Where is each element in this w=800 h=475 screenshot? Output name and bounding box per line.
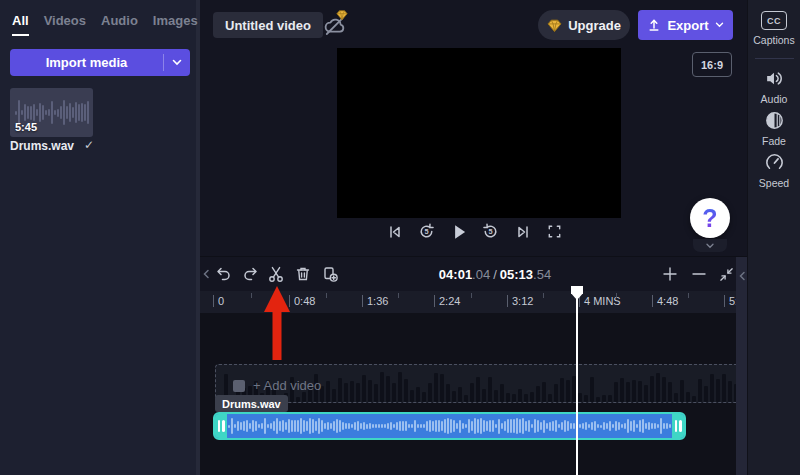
ruler-tick-label: 0 — [213, 295, 224, 307]
export-button[interactable]: Export — [638, 10, 733, 40]
speed-label: Speed — [759, 177, 789, 189]
add-video-label: + Add video — [253, 378, 321, 393]
collapse-preview-tab[interactable] — [693, 239, 727, 252]
captions-icon: CC — [761, 11, 787, 30]
skip-to-start-button[interactable] — [383, 220, 406, 243]
time-separator: / — [493, 267, 497, 282]
timeline-ruler[interactable]: 0 0:48 1:36 2:24 3:12 4 MINS 4:48 5:36 — [200, 291, 736, 313]
ruler-minor-tick — [616, 293, 617, 298]
audio-label: Audio — [761, 93, 788, 105]
upgrade-button[interactable]: Upgrade — [538, 10, 630, 40]
fullscreen-button[interactable] — [543, 220, 566, 243]
import-media-label: Import media — [10, 49, 163, 76]
add-video-track[interactable]: + Add video — [215, 364, 745, 403]
duplicate-button[interactable] — [319, 263, 341, 285]
audio-clip[interactable] — [213, 412, 686, 440]
question-mark-icon: ? — [702, 204, 717, 233]
zoom-to-fit-button[interactable] — [715, 263, 737, 285]
ruler-minor-tick — [543, 293, 544, 298]
aspect-ratio-button[interactable]: 16:9 — [692, 52, 732, 77]
media-panel: All Videos Audio Images Import media 5:4… — [0, 0, 200, 475]
speaker-icon — [764, 68, 785, 89]
ruler-minor-tick — [471, 293, 472, 298]
media-item-thumbnail[interactable]: 5:45 — [10, 88, 93, 137]
ruler-tick-label: 3:12 — [507, 295, 533, 307]
ruler-tick-label: 4:48 — [652, 295, 678, 307]
ruler-minor-tick — [688, 293, 689, 298]
captions-label: Captions — [753, 34, 794, 46]
seek-forward-5s-button[interactable]: 5 — [479, 220, 502, 243]
collapse-media-panel-chevron[interactable] — [200, 263, 212, 285]
cloud-sync-off-icon[interactable] — [322, 13, 348, 39]
ruler-tick-label: 0:48 — [289, 295, 315, 307]
ruler-minor-tick — [398, 293, 399, 298]
timecode-display: 04:01.04/05:13.54 — [425, 267, 565, 282]
skip-to-end-button[interactable] — [511, 220, 534, 243]
play-button[interactable] — [447, 220, 470, 243]
properties-sidebar: CC Captions Audio Fade Speed — [747, 0, 800, 475]
sidebar-item-fade[interactable]: Fade — [748, 110, 800, 147]
audio-clip-name-tag: Drums.wav — [215, 395, 288, 412]
upload-icon — [647, 18, 661, 32]
project-title-input[interactable]: Untitled video — [213, 12, 323, 38]
premium-gem-icon — [336, 7, 348, 25]
chevron-left-icon — [738, 271, 746, 281]
split-scissors-button[interactable] — [265, 263, 287, 285]
chevron-down-icon — [715, 22, 724, 28]
media-duration-badge: 5:45 — [15, 121, 37, 133]
media-item-name: Drums.wav — [10, 139, 74, 153]
sidebar-item-captions[interactable]: CC Captions — [748, 11, 800, 46]
timeline-tracks: + Add video Drums.wav — [200, 313, 736, 475]
upgrade-label: Upgrade — [568, 18, 621, 33]
playhead-line[interactable] — [576, 287, 578, 475]
video-preview-canvas — [337, 48, 621, 218]
svg-text:5: 5 — [488, 227, 492, 236]
export-label: Export — [667, 18, 708, 33]
undo-button[interactable] — [213, 263, 235, 285]
video-editor-app: All Videos Audio Images Import media 5:4… — [0, 0, 800, 475]
tab-videos[interactable]: Videos — [44, 13, 86, 36]
ruler-tick-label: 2:24 — [434, 295, 460, 307]
ruler-tick-label: 1:36 — [362, 295, 388, 307]
playback-controls: 5 5 — [383, 220, 566, 243]
timeline-panel: 04:01.04/05:13.54 0 0:48 1:36 2:24 3:12 … — [200, 256, 747, 475]
delete-button[interactable] — [292, 263, 314, 285]
tab-audio[interactable]: Audio — [101, 13, 138, 36]
current-time: 04:01 — [439, 267, 472, 282]
sidebar-item-audio[interactable]: Audio — [748, 68, 800, 105]
media-tabs: All Videos Audio Images — [12, 13, 198, 36]
zoom-in-button[interactable] — [659, 263, 681, 285]
ruler-minor-tick — [251, 293, 252, 298]
fade-label: Fade — [762, 135, 786, 147]
total-frames: .54 — [533, 267, 551, 282]
chevron-down-icon — [705, 243, 715, 249]
ruler-minor-tick — [326, 293, 327, 298]
help-button[interactable]: ? — [690, 198, 730, 238]
checkmark-icon: ✓ — [84, 138, 94, 152]
trim-handle-right[interactable] — [672, 414, 684, 438]
divider — [755, 58, 794, 59]
chevron-down-icon[interactable] — [164, 49, 190, 76]
fade-icon — [764, 110, 785, 131]
zoom-out-button[interactable] — [688, 263, 710, 285]
audio-waveform — [228, 414, 671, 438]
trim-handle-left[interactable] — [215, 414, 227, 438]
total-time: 05:13 — [500, 267, 533, 282]
tab-images[interactable]: Images — [153, 13, 198, 36]
expand-panel-strip[interactable] — [736, 257, 747, 475]
svg-text:5: 5 — [424, 227, 428, 236]
sidebar-item-speed[interactable]: Speed — [748, 152, 800, 189]
seek-back-5s-button[interactable]: 5 — [415, 220, 438, 243]
tab-all[interactable]: All — [12, 13, 29, 36]
import-media-button[interactable]: Import media — [10, 49, 190, 76]
ruler-tick-label: 4 MINS — [579, 295, 621, 307]
video-placeholder-icon — [233, 380, 245, 392]
speed-gauge-icon — [764, 152, 785, 173]
current-frames: .04 — [472, 267, 490, 282]
redo-button[interactable] — [239, 263, 261, 285]
gem-icon — [547, 18, 562, 33]
